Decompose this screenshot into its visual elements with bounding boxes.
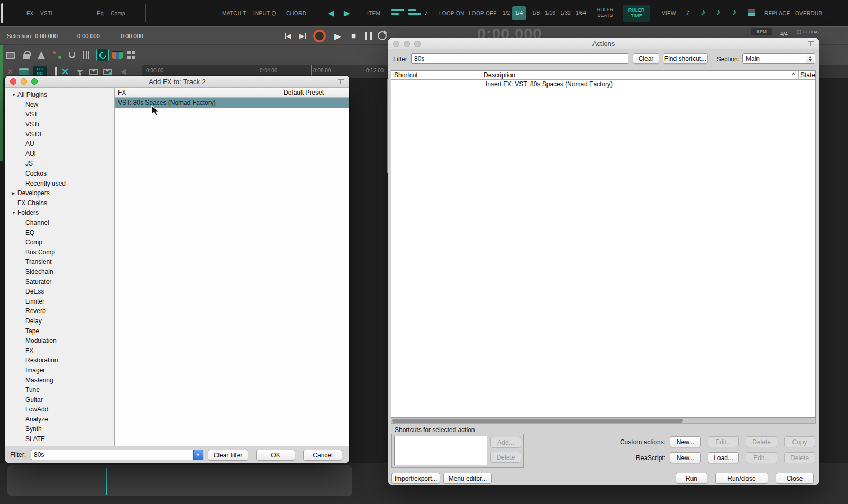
toolbar-comp-button[interactable]: Comp xyxy=(111,11,125,16)
tree-item-saturator[interactable]: Saturator xyxy=(5,277,114,287)
toolbar-loop-on-button[interactable]: LOOP ON xyxy=(439,11,464,16)
quantize-items-icon[interactable] xyxy=(391,9,404,16)
tree-item-all-plugins[interactable]: ▼All Plugins xyxy=(5,90,114,100)
tree-item-synth[interactable]: Synth xyxy=(5,424,114,434)
tree-item-delay[interactable]: Delay xyxy=(5,316,114,326)
reascript-edit-button[interactable]: Edit... xyxy=(746,452,777,463)
ok-button[interactable]: OK xyxy=(256,450,295,461)
toolbar-match-tempo-button[interactable]: MATCH T xyxy=(222,11,247,16)
description-column-header[interactable]: Description xyxy=(484,71,515,80)
reascript-delete-button[interactable]: Delete xyxy=(784,452,815,463)
nav-forward-icon[interactable]: ▶ xyxy=(344,8,350,18)
metronome-icon[interactable] xyxy=(35,49,48,61)
color-swatch-icon[interactable] xyxy=(111,49,124,61)
grid-division-1-8[interactable]: 1/8 xyxy=(529,6,543,20)
fx-list[interactable]: FX Default Preset VST: 80s Spaces (Nomad… xyxy=(115,88,349,446)
note-move-down-icon[interactable]: ♪ xyxy=(701,7,706,17)
custom-actions-edit-button[interactable]: Edit... xyxy=(708,436,739,447)
toolbar-fx-button[interactable]: FX xyxy=(26,11,33,16)
tree-item-slate[interactable]: SLATE xyxy=(5,434,114,444)
tree-item-folders[interactable]: ▼Folders xyxy=(5,208,114,218)
toolbar-vsti-button[interactable]: VSTi xyxy=(40,11,52,16)
go-to-end-button[interactable]: ▶ xyxy=(299,32,306,40)
bpm-label[interactable]: BPM xyxy=(751,28,772,35)
note-flag-icon[interactable]: ♪ xyxy=(732,7,737,17)
global-automation-button[interactable]: GLOBAL xyxy=(797,30,820,34)
grid-division-1-4[interactable]: 1/4 xyxy=(512,6,526,20)
state-column-header[interactable]: State xyxy=(800,71,815,80)
tree-item-mastering[interactable]: Mastering xyxy=(5,375,114,385)
tree-item-sidechain[interactable]: Sidechain xyxy=(5,267,114,277)
go-to-start-button[interactable]: ◀ xyxy=(285,32,291,40)
actions-filter-input[interactable] xyxy=(411,53,628,64)
triangle-open-icon[interactable]: ▼ xyxy=(12,210,17,215)
scrollbar-thumb[interactable] xyxy=(392,419,683,423)
tree-item-developers[interactable]: ▶Developers xyxy=(5,188,114,198)
grid-lines-icon[interactable] xyxy=(80,49,93,61)
tree-item-tune[interactable]: Tune xyxy=(5,385,114,395)
run-button[interactable]: Run xyxy=(676,473,707,484)
record-button[interactable] xyxy=(313,30,326,42)
tree-item-deess[interactable]: DeEss xyxy=(5,287,114,297)
tree-item-reverb[interactable]: Reverb xyxy=(5,306,114,316)
time-signature[interactable]: 4/4 xyxy=(780,31,788,37)
grid-division-1-32[interactable]: 1/32 xyxy=(559,6,572,20)
note-tie-icon[interactable]: ♪ xyxy=(424,8,428,17)
default-preset-column-header[interactable]: Default Preset xyxy=(284,88,324,98)
reascript-new-button[interactable]: New... xyxy=(670,452,701,463)
bottom-docker-panel[interactable] xyxy=(7,465,352,496)
midi-grid-icon[interactable] xyxy=(747,8,756,17)
menu-editor-button[interactable]: Menu editor... xyxy=(443,473,492,484)
tree-item-lowadd[interactable]: LowAdd xyxy=(5,405,114,415)
toolbar-replace-button[interactable]: REPLACE xyxy=(764,11,790,16)
loop-record-icon[interactable] xyxy=(96,49,109,61)
dock-window-icon[interactable] xyxy=(808,41,814,46)
fx-dialog-titlebar[interactable]: Add FX to: Track 2 xyxy=(5,76,349,88)
lock-icon[interactable] xyxy=(20,49,33,61)
tree-item-new[interactable]: New xyxy=(5,100,114,110)
triangle-closed-icon[interactable]: ▶ xyxy=(12,191,17,196)
tree-item-analyze[interactable]: Analyze xyxy=(5,415,114,425)
tree-item-comp[interactable]: Comp xyxy=(5,237,114,248)
custom-actions-delete-button[interactable]: Delete xyxy=(746,436,777,447)
note-sharp-icon[interactable]: ♪ xyxy=(716,7,721,17)
reascript-load-button[interactable]: Load... xyxy=(708,452,739,463)
grid-squares-icon[interactable] xyxy=(127,49,140,61)
grid-division-1-16[interactable]: 1/16 xyxy=(543,6,557,20)
stop-button[interactable]: ■ xyxy=(351,31,356,40)
selection-start-field[interactable]: 0:00.000 xyxy=(35,33,58,39)
tree-item-channel[interactable]: Channel xyxy=(5,218,114,228)
play-button[interactable]: ▶ xyxy=(334,31,341,41)
tree-item-guitar[interactable]: Guitar xyxy=(5,395,114,405)
toolbar-item-button[interactable]: ITEM xyxy=(367,11,380,16)
tree-item-vst[interactable]: VST xyxy=(5,109,114,120)
tree-item-tape[interactable]: Tape xyxy=(5,326,114,336)
triangle-open-icon[interactable]: ▼ xyxy=(12,93,17,97)
repeat-button[interactable] xyxy=(378,31,387,40)
section-select[interactable]: Main xyxy=(742,53,815,64)
actions-table[interactable]: Shortcut Description ^ State Insert FX: … xyxy=(391,70,816,418)
tree-item-eq[interactable]: EQ xyxy=(5,227,114,237)
tree-item-cockos[interactable]: Cockos xyxy=(5,169,114,179)
actions-dialog-titlebar[interactable]: Actions xyxy=(388,38,819,49)
pause-button[interactable] xyxy=(365,32,372,40)
find-shortcut-button[interactable]: Find shortcut... xyxy=(663,53,708,64)
fx-list-row-selected[interactable]: VST: 80s Spaces (Nomad Factory) xyxy=(115,98,349,108)
filter-dropdown-button[interactable]: ▼ xyxy=(193,450,203,460)
selection-length-field[interactable]: 0:00.000 xyxy=(121,33,143,39)
action-row[interactable]: Insert FX: VST: 80s Spaces (Nomad Factor… xyxy=(391,80,815,89)
selection-end-field[interactable]: 0:00.000 xyxy=(77,33,100,39)
magnet-snap-icon[interactable] xyxy=(66,49,78,61)
tree-item-fx[interactable]: FX xyxy=(5,345,114,355)
clear-filter-button[interactable]: Clear filter xyxy=(208,450,248,461)
monitor-icon[interactable] xyxy=(4,49,17,61)
cancel-button[interactable]: Cancel xyxy=(303,450,342,461)
grid-division-1-64[interactable]: 1/64 xyxy=(574,6,588,20)
toolbar-view-button[interactable]: VIEW xyxy=(662,11,676,16)
ruler-time-button[interactable]: RULER TIME xyxy=(623,5,650,22)
quantize-grid-icon[interactable] xyxy=(408,9,421,16)
tree-item-transient[interactable]: Transient xyxy=(5,257,114,267)
fx-midi-filter-button[interactable]: FX & MIDI xyxy=(33,66,47,76)
close-button[interactable]: Close xyxy=(776,473,814,484)
nav-back-icon[interactable]: ◀ xyxy=(328,8,334,18)
